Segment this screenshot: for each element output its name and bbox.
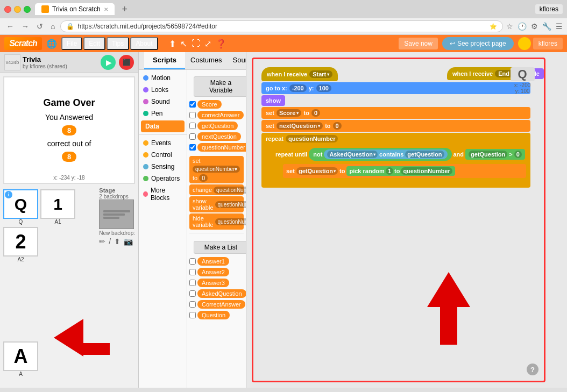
- tips-menu[interactable]: Tips: [107, 37, 129, 50]
- y-input[interactable]: 100: [316, 84, 331, 92]
- go-to-block[interactable]: go to x: -200 y: 100: [261, 82, 530, 94]
- edit-menu[interactable]: Edit: [83, 37, 105, 50]
- category-control[interactable]: Control: [139, 149, 187, 161]
- get-question-gt-block[interactable]: getQuestion > 0: [465, 149, 525, 160]
- category-looks[interactable]: Looks: [139, 84, 187, 96]
- history-icon[interactable]: 🕐: [518, 22, 527, 31]
- hide-var-dd[interactable]: questionNumber▾: [215, 218, 246, 225]
- set-get-question-block[interactable]: set getQuestion▾ to pick random 1 to que…: [283, 164, 526, 178]
- question-number-badge[interactable]: questionNumber: [197, 143, 246, 152]
- question-list-checkbox[interactable]: [189, 312, 196, 318]
- random-to[interactable]: questionNumber: [401, 167, 452, 175]
- forward-button[interactable]: →: [19, 21, 31, 32]
- sprite-info-icon[interactable]: i: [5, 191, 12, 198]
- address-bar[interactable]: 🔒 https://scratch.mit.edu/projects/56598…: [60, 20, 503, 32]
- tab-costumes[interactable]: Costumes: [185, 52, 228, 69]
- correct-answer-badge[interactable]: correctAnswer: [197, 111, 244, 119]
- answer2-checkbox[interactable]: [189, 269, 196, 275]
- answer3-checkbox[interactable]: [189, 280, 196, 286]
- random-from[interactable]: 1: [386, 167, 393, 175]
- get-question-checkbox[interactable]: [189, 123, 196, 129]
- score-badge[interactable]: Score: [197, 100, 222, 109]
- upload-backdrop-icon[interactable]: ⬆: [114, 237, 121, 246]
- globe-icon[interactable]: 🌐: [46, 39, 57, 49]
- start-dropdown[interactable]: Start▾: [309, 70, 332, 78]
- answer1-checkbox[interactable]: [189, 258, 196, 265]
- asked-question-checkbox[interactable]: [189, 290, 196, 297]
- question-number-dd[interactable]: questionNumber▾: [193, 166, 240, 173]
- category-pen[interactable]: Pen: [139, 108, 187, 119]
- make-variable-button[interactable]: Make a Variable: [194, 76, 246, 97]
- resize-icon[interactable]: ⤢: [204, 39, 211, 49]
- next-question-zero[interactable]: 0: [333, 122, 342, 130]
- x-input[interactable]: -200: [289, 84, 307, 92]
- get-question-input[interactable]: getQuestion: [405, 151, 444, 158]
- answer2-badge[interactable]: Answer2: [197, 268, 229, 276]
- menu-icon[interactable]: ☰: [556, 22, 563, 31]
- sprite-item-a2[interactable]: 2 A2: [3, 227, 38, 262]
- new-tab-button[interactable]: +: [119, 4, 131, 15]
- score-dd[interactable]: Score▾: [277, 109, 302, 117]
- pointer-icon[interactable]: ↖: [180, 39, 187, 49]
- correct-answer-list-badge[interactable]: CorrectAnswer: [197, 300, 245, 309]
- next-question-badge[interactable]: nextQuestion: [197, 132, 241, 141]
- make-list-button[interactable]: Make a List: [194, 241, 246, 254]
- about-menu[interactable]: About: [130, 37, 158, 50]
- maximize-button[interactable]: [24, 6, 31, 13]
- show-variable-block[interactable]: show variable questionNumber▾: [189, 196, 244, 212]
- category-operators[interactable]: Operators: [139, 173, 187, 184]
- hide-variable-block[interactable]: hide variable questionNumber▾: [189, 213, 244, 230]
- question-number-checkbox[interactable]: [189, 144, 196, 151]
- help-circle-icon[interactable]: ❓: [216, 39, 226, 49]
- extensions-icon[interactable]: 🔧: [542, 22, 551, 31]
- question-number-repeat[interactable]: questionNumber: [286, 135, 338, 142]
- upload-icon[interactable]: ⬆: [169, 39, 176, 49]
- correct-answer-checkbox[interactable]: [189, 112, 196, 118]
- change-question-number-block[interactable]: change questionNumber▾ by 1: [189, 184, 244, 195]
- score-checkbox[interactable]: [189, 101, 196, 108]
- file-menu[interactable]: File: [61, 37, 82, 50]
- repeat-until-block[interactable]: repeat until not AskedQuestion▾ contains…: [272, 146, 528, 182]
- tab-sounds[interactable]: Sounds: [228, 52, 246, 69]
- code-workspace[interactable]: when I receive Start▾ go to x: -200 y: 1…: [252, 58, 545, 382]
- category-events[interactable]: Events: [139, 137, 187, 149]
- gq-zero[interactable]: 0: [514, 151, 522, 158]
- next-question-dd[interactable]: nextQuestion▾: [277, 122, 323, 130]
- back-button[interactable]: ←: [4, 21, 16, 32]
- browser-tab[interactable]: Trivia on Scratch ✕: [35, 3, 115, 15]
- asked-question-badge[interactable]: AskedQuestion: [197, 289, 246, 298]
- stage-backdrop-thumb[interactable]: [99, 199, 134, 229]
- category-more-blocks[interactable]: More Blocks: [139, 184, 187, 204]
- scissors-icon[interactable]: /: [109, 237, 111, 246]
- question-list-badge[interactable]: Question: [197, 311, 230, 319]
- tab-scripts[interactable]: Scripts: [144, 52, 185, 69]
- gq-left[interactable]: getQuestion: [469, 151, 507, 158]
- settings-icon[interactable]: ⚙: [531, 22, 538, 31]
- get-question-set-dd[interactable]: getQuestion▾: [296, 167, 338, 175]
- tab-close-icon[interactable]: ✕: [104, 6, 108, 12]
- correct-answer-list-checkbox[interactable]: [189, 301, 196, 308]
- score-zero[interactable]: 0: [311, 109, 320, 117]
- set-score-block[interactable]: set Score▾ to 0: [261, 107, 530, 119]
- help-icon[interactable]: ?: [527, 364, 538, 375]
- scratch-logo[interactable]: Scratch: [4, 37, 42, 50]
- set-next-question-block[interactable]: set nextQuestion▾ to 0: [261, 120, 530, 132]
- next-question-checkbox[interactable]: [189, 133, 196, 140]
- get-question-badge[interactable]: getQuestion: [197, 122, 238, 130]
- change-question-number-dd[interactable]: questionNumber▾: [214, 187, 246, 194]
- category-motion[interactable]: Motion: [139, 72, 187, 84]
- stop-button[interactable]: ⬛: [119, 55, 134, 70]
- pick-random-block[interactable]: pick random 1 to questionNumber: [346, 166, 455, 176]
- see-project-button[interactable]: ↩ See project page: [442, 37, 514, 50]
- not-block[interactable]: not AskedQuestion▾ contains getQuestion: [309, 148, 451, 161]
- save-now-button[interactable]: Save now: [399, 38, 438, 49]
- close-button[interactable]: [4, 6, 11, 13]
- sprite-item-q[interactable]: i Q Q: [3, 189, 38, 225]
- minimize-button[interactable]: [14, 6, 21, 13]
- category-data[interactable]: Data: [141, 120, 185, 132]
- bookmark-icon[interactable]: ☆: [506, 22, 513, 31]
- set-question-number-block[interactable]: set questionNumber▾ to 0: [189, 156, 244, 183]
- category-sound[interactable]: Sound: [139, 96, 187, 108]
- answer3-badge[interactable]: Answer3: [197, 279, 229, 287]
- asked-question-sense-dd[interactable]: AskedQuestion▾: [327, 151, 378, 158]
